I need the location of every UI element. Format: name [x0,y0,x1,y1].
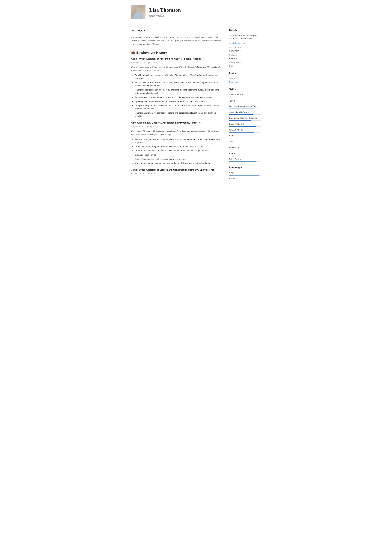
language-item: Arabic [229,177,261,181]
skill-name: Typing [229,99,261,102]
list-item: Maintain hospital kitchen inventory by c… [135,88,221,95]
skill-bar-fill [229,97,257,97]
skill-name: Asana [229,152,261,155]
skill-name: PABX Systems [229,128,261,131]
address-text: 1515 Pacific Ave, Los Angeles, CA 90291,… [229,34,258,40]
skills-list: CRM Software Typing Document Management … [229,93,261,162]
header-info: Lisa Thomson Office Assistant [149,6,181,18]
email-text[interactable]: email@email.com [229,42,246,44]
job-1-title: Senior Office Assistant at ADH Medical C… [131,57,221,61]
skill-bar-background [229,138,261,139]
skill-name: SAP [229,140,261,143]
links-title: Links [229,71,261,75]
skill-item: Typing [229,99,261,103]
job-2-dates: August 2014 – January 2019 [131,125,221,128]
skill-item: SAP [229,140,261,144]
skill-bar-fill [229,138,257,139]
job-1: Senior Office Assistant at ADH Medical C… [131,57,221,118]
list-item: Conduct fact-checking and proofreading a… [135,145,221,148]
list-item: Prepare draft client bills, maintain doc… [135,149,221,152]
list-item: Answering calls, forwarding messages and… [135,96,221,99]
language-name: English [229,171,261,174]
skill-bar-fill [229,161,256,162]
skill-bar-background [229,120,261,121]
email-item: email@email.com [229,42,261,45]
skill-bar-fill [229,126,256,127]
skill-bar-background [229,103,261,103]
driving-value: Full [229,65,261,68]
skill-bar-fill [229,109,254,109]
nationality-item: Nationality American [229,54,261,60]
skill-item: CRM Software [229,93,261,97]
list-item: Provide administrative support to Hospit… [135,74,221,80]
header: Lisa Thomson Office Assistant [125,5,267,24]
list-item: Manage petty cash, accounts payable and … [135,162,221,165]
driving-item: Driving license Full [229,61,261,68]
job-3-dates: October 2010 – July 2014 [131,172,221,175]
birth-item: Place of birth San Antonio [229,46,261,52]
skill-item: Filing Systems [229,158,261,162]
job-2: Office Assistant at Becker & Associates … [131,121,221,165]
skill-item: Email Platforms [229,123,261,127]
nationality-label: Nationality [229,54,261,57]
birth-value: San Antonio [229,49,261,52]
skill-bar-background [229,144,261,144]
skill-bar-background [229,97,261,97]
languages-title: Languages [229,166,261,169]
skill-item: Asana [229,152,261,156]
skill-bar-background [229,109,261,109]
skill-name: Enterprise Resource Planning [229,117,261,120]
skill-bar-fill [229,114,253,115]
list-item: Organize litigation files [135,153,221,157]
language-name: Arabic [229,177,261,180]
details-section: Details 1515 Pacific Ave, Los Angeles, C… [229,29,261,68]
job-2-desc: Proofread and type up to 20 insurance co… [131,129,221,136]
candidate-name: Lisa Thomson [149,6,181,14]
facebook-link[interactable]: Facebook [229,80,261,84]
skill-bar-background [229,161,261,162]
twitter-link[interactable]: Twitter [229,77,261,80]
skill-bar-background [229,132,261,132]
skill-bar-fill [229,120,251,121]
list-item: Order office supplies such as stationery… [135,158,221,161]
list-item: Maintain a calendar for conference rooms… [135,111,221,118]
links-section: Links Twitter Facebook [229,71,261,84]
skill-bar-fill [229,103,256,103]
birth-label: Place of birth [229,46,261,49]
skill-item: Enterprise Resource Planning [229,117,261,121]
skill-name: Skype [229,134,261,137]
list-item: Prepare basic motions and other legal di… [135,138,221,144]
skill-item: Accounting Software [229,111,261,115]
list-item: Worked with an ER system titled Waiting … [135,81,221,88]
profile-text: Professional, detail-oriented Office Ass… [131,36,221,46]
profile-section: ♔ Profile Professional, detail-oriented … [131,29,221,46]
skills-title: Skills [229,88,261,91]
skill-item: PABX Systems [229,128,261,132]
skill-name: Accounting Software [229,111,261,114]
skill-item: Document Management Tools [229,105,261,109]
job-3-title: Junior Office Assistant at Leibermann Co… [131,168,221,172]
avatar [131,5,145,19]
language-item: English [229,171,261,175]
skill-name: Document Management Tools [229,105,261,108]
job-3: Junior Office Assistant at Leibermann Co… [131,168,221,175]
employment-icon: 💼 [131,50,135,55]
skill-bar-fill [229,150,253,150]
job-2-title: Office Assistant at Becker & Associates … [131,121,221,125]
language-bar-fill [229,181,247,181]
main-column: ♔ Profile Professional, detail-oriented … [125,29,226,185]
content: ♔ Profile Professional, detail-oriented … [125,29,267,185]
skill-item: Skype [229,134,261,139]
resume-page: Lisa Thomson Office Assistant ♔ Profile … [125,0,267,555]
skill-name: CRM Software [229,93,261,96]
skill-bar-background [229,114,261,115]
skill-bar-background [229,156,261,156]
address: 1515 Pacific Ave, Los Angeles, CA 90291,… [229,34,261,40]
job-1-bullets: Provide administrative support to Hospit… [131,74,221,118]
job-2-bullets: Prepare basic motions and other legal di… [131,138,221,165]
profile-icon: ♔ [131,29,134,33]
skills-section: Skills CRM Software Typing Document Mana… [229,88,261,162]
profile-title: ♔ Profile [131,29,221,33]
language-bar-background [229,181,261,181]
job-1-desc: Extensive experience in Windows/Apple OS… [131,65,221,72]
